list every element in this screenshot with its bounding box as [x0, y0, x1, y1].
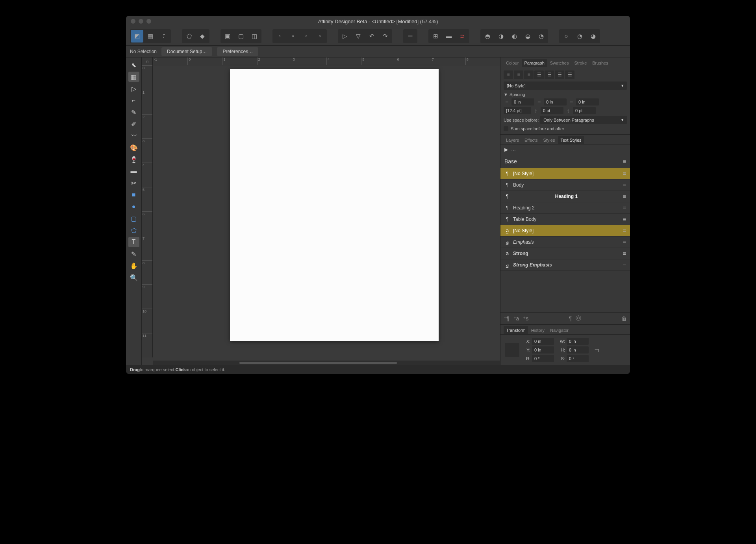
space-after-input[interactable]: 0 pt — [573, 107, 596, 114]
bool-subtract-icon[interactable]: ◑ — [495, 30, 507, 43]
style-menu-icon[interactable]: ≡ — [623, 193, 626, 200]
bool-divide-icon[interactable]: ◔ — [535, 30, 547, 43]
transparency-tool-icon[interactable]: ▬ — [128, 166, 139, 176]
style-base[interactable]: Base ≡ — [500, 155, 630, 168]
align-icon[interactable]: ═ — [404, 30, 417, 43]
tab-text-styles[interactable]: Text Styles — [558, 136, 584, 144]
indent-right-input[interactable]: 0 in — [544, 98, 567, 105]
bool-xor-icon[interactable]: ◒ — [521, 30, 534, 43]
horizontal-scrollbar[interactable] — [153, 361, 500, 365]
corner-tool-icon[interactable]: ⌐ — [128, 95, 139, 105]
zoom-tool-icon[interactable]: 🔍 — [128, 272, 139, 283]
indent-left-input[interactable]: 0 in — [511, 98, 534, 105]
node-tool-icon[interactable]: ▷ — [128, 83, 139, 94]
insert-circle-icon[interactable]: ○ — [560, 30, 573, 43]
viewport[interactable] — [153, 65, 500, 357]
grid-icon[interactable]: ⊞ — [429, 30, 442, 43]
pencil-tool-icon[interactable]: 〰 — [128, 131, 139, 141]
snap-3-icon[interactable]: ◫ — [248, 30, 261, 43]
rounded-rect-tool-icon[interactable]: ▢ — [128, 213, 139, 224]
eyedropper-tool-icon[interactable]: ✎ — [128, 107, 139, 117]
align-left-icon[interactable]: ≡ — [504, 70, 513, 79]
justify-center-icon[interactable]: ☰ — [545, 70, 554, 79]
zoom-button[interactable] — [146, 19, 151, 24]
indent-first-input[interactable]: 0 in — [576, 98, 599, 105]
align-center-icon[interactable]: ≡ — [514, 70, 523, 79]
preferences-button[interactable]: Preferences… — [217, 47, 258, 56]
vector-brush-tool-icon[interactable]: ✎ — [128, 249, 139, 259]
y-input[interactable]: 0 in — [532, 346, 554, 353]
w-input[interactable]: 0 in — [567, 338, 589, 345]
snap-2-icon[interactable]: ▢ — [235, 30, 247, 43]
brush-tool-icon[interactable]: 🎨 — [128, 142, 139, 153]
para-style-icon[interactable]: ¶ — [569, 315, 572, 322]
text-style-item[interactable]: a̲Emphasis≡ — [500, 237, 630, 248]
link-wh-icon[interactable]: ⊐ — [594, 346, 599, 354]
text-tool-icon[interactable]: T — [128, 237, 139, 247]
rotate-ccw-icon[interactable]: ↶ — [365, 30, 378, 43]
ruler-unit[interactable]: in — [142, 57, 153, 65]
polygon-tool-icon[interactable]: ⬠ — [128, 225, 139, 235]
arrange-backward-icon[interactable]: ▫ — [287, 30, 299, 43]
move-tool-icon[interactable]: ⬉ — [128, 60, 139, 70]
flip-v-icon[interactable]: ▽ — [352, 30, 365, 43]
snap-magnet-icon[interactable]: ⊃ — [456, 30, 469, 43]
rotate-cw-icon[interactable]: ↷ — [379, 30, 391, 43]
tab-colour[interactable]: Colour — [504, 59, 521, 67]
text-style-item[interactable]: ¶Heading 1≡ — [500, 191, 630, 202]
style-menu-icon[interactable]: ≡ — [623, 158, 626, 165]
tab-paragraph[interactable]: Paragraph — [522, 59, 547, 67]
hand-tool-icon[interactable]: ✋ — [128, 261, 139, 271]
justify-left-icon[interactable]: ☰ — [534, 70, 544, 79]
crop-tool-icon[interactable]: ✂ — [128, 178, 139, 188]
tab-transform[interactable]: Transform — [504, 326, 528, 334]
guides-icon[interactable]: ▬ — [443, 30, 455, 43]
tab-navigator[interactable]: Navigator — [548, 326, 571, 334]
text-style-item[interactable]: a̲Strong Emphasis≡ — [500, 259, 630, 271]
text-style-item[interactable]: ¶[No Style]≡ — [500, 168, 630, 179]
add-group-style-icon[interactable]: ⁺s — [523, 315, 528, 322]
x-input[interactable]: 0 in — [532, 338, 554, 345]
tab-stroke[interactable]: Stroke — [572, 59, 589, 67]
leading-input[interactable]: [12.4 pt] — [504, 107, 531, 114]
style-menu-icon[interactable]: ≡ — [623, 262, 626, 268]
arrange-back-icon[interactable]: ▫ — [273, 30, 286, 43]
trash-icon[interactable]: 🗑 — [621, 315, 627, 322]
tab-layers[interactable]: Layers — [504, 136, 521, 144]
tab-styles[interactable]: Styles — [541, 136, 557, 144]
horizontal-ruler[interactable]: -1012345678 — [153, 57, 500, 65]
use-space-before-dropdown[interactable]: Only Between Paragraphs▾ — [540, 116, 627, 124]
text-style-item[interactable]: ¶Table Body≡ — [500, 214, 630, 225]
persona-export-icon[interactable]: ⤴ — [158, 30, 170, 43]
persona-pixel-icon[interactable]: ▦ — [144, 30, 157, 43]
artboard-tool-icon[interactable]: ▦ — [128, 72, 139, 82]
spacing-header[interactable]: ▼ Spacing — [504, 92, 627, 97]
close-button[interactable] — [131, 19, 135, 24]
text-style-item[interactable]: a̲Strong≡ — [500, 248, 630, 259]
scroll-thumb[interactable] — [239, 362, 397, 364]
tab-swatches[interactable]: Swatches — [548, 59, 571, 67]
insert-donut-icon[interactable]: ◕ — [587, 30, 599, 43]
tab-brushes[interactable]: Brushes — [590, 59, 610, 67]
arrange-forward-icon[interactable]: ▫ — [300, 30, 313, 43]
style-menu-icon[interactable]: ≡ — [623, 170, 626, 177]
fill-tool-icon[interactable]: 🍷 — [128, 154, 139, 165]
pen-tool-icon[interactable]: ✐ — [128, 119, 139, 129]
effects-icon[interactable]: ◆ — [196, 30, 209, 43]
space-before-input[interactable]: 0 pt — [541, 107, 563, 114]
document-setup-button[interactable]: Document Setup… — [161, 47, 212, 56]
text-style-item[interactable]: ¶Heading 2≡ — [500, 202, 630, 214]
r-input[interactable]: 0 ° — [532, 355, 554, 362]
anchor-widget[interactable] — [505, 343, 519, 357]
persona-designer-icon[interactable]: ◩ — [131, 30, 143, 43]
text-style-item[interactable]: ¶Body≡ — [500, 179, 630, 191]
arrange-front-icon[interactable]: ▫ — [313, 30, 326, 43]
add-para-style-icon[interactable]: ⁺¶ — [504, 315, 510, 322]
shape-tool-icon[interactable]: ⬠ — [183, 30, 195, 43]
justify-right-icon[interactable]: ☰ — [555, 70, 564, 79]
style-menu-icon[interactable]: ≡ — [623, 228, 626, 234]
align-right-icon[interactable]: ≡ — [524, 70, 534, 79]
bool-intersect-icon[interactable]: ◐ — [508, 30, 521, 43]
style-breadcrumb[interactable]: ▶ … — [500, 144, 630, 155]
paragraph-style-dropdown[interactable]: [No Style]▾ — [504, 81, 627, 90]
